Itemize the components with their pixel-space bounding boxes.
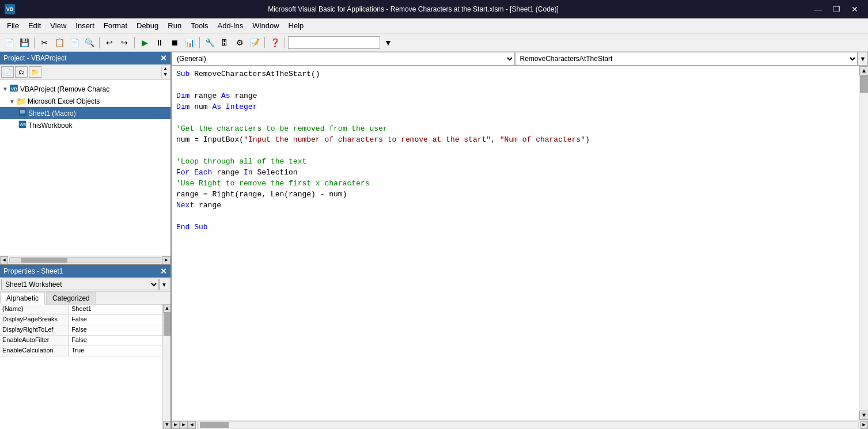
code-vscroll-track — [859, 75, 868, 411]
cursor-location[interactable]: Ln 15, Col 8 — [288, 36, 380, 49]
tb-run-btn[interactable]: ▶ — [138, 36, 151, 50]
proj-hscroll-left[interactable]: ◀ — [0, 256, 8, 264]
tb-redo-btn[interactable]: ↪ — [117, 36, 131, 50]
project-header: Project - VBAProject ✕ — [0, 52, 170, 64]
code-vscroll-down[interactable]: ▼ — [859, 411, 868, 420]
window-controls: — ❐ ✕ — [809, 3, 863, 16]
tree-excel-objects[interactable]: ▼ 📁 Microsoft Excel Objects — [0, 96, 170, 107]
menu-view[interactable]: View — [46, 18, 71, 33]
proj-toggle-folders-btn[interactable]: 📁 — [29, 66, 41, 78]
tab-categorized[interactable]: Categorized — [46, 292, 96, 304]
project-close-btn[interactable]: ✕ — [160, 54, 167, 63]
tree-arrow-vba: ▼ — [2, 86, 8, 92]
prop-val-1[interactable]: False — [69, 315, 162, 325]
proj-view-code-btn[interactable]: 📄 — [1, 66, 14, 78]
tb-dropdown-btn[interactable]: ▼ — [381, 36, 395, 50]
tb-macro-btn[interactable]: 📝 — [248, 36, 261, 50]
sub-dropdown[interactable]: RemoveCharactersAtTheStart — [515, 52, 858, 66]
code-hscroll-right[interactable]: ▶ — [860, 421, 868, 429]
prop-content: (Name) Sheet1 DisplayPageBreaks False Di… — [0, 305, 170, 429]
tb-control-btn[interactable]: 🎛 — [218, 36, 232, 50]
prop-val-3[interactable]: False — [69, 336, 162, 346]
tb-help-btn[interactable]: ❓ — [268, 36, 282, 50]
menu-edit[interactable]: Edit — [24, 18, 46, 33]
prop-row-name: (Name) Sheet1 — [0, 305, 162, 315]
tb-save-btn[interactable]: 💾 — [17, 36, 31, 50]
project-panel: Project - VBAProject ✕ 📄 🗂 📁 ▲ ▼ ▼ — [0, 52, 170, 265]
tb-paste-btn[interactable]: 📄 — [67, 36, 81, 50]
prop-val-0[interactable]: Sheet1 — [69, 305, 162, 314]
tree-arrow-excel: ▼ — [9, 98, 15, 105]
tab-alphabetic[interactable]: Alphabetic — [0, 292, 45, 305]
prop-name-3: EnableAutoFilter — [0, 336, 69, 346]
prop-vscroll-track — [163, 313, 170, 421]
tb-find-btn[interactable]: 🔍 — [82, 36, 96, 50]
code-dd-arrow[interactable]: ▼ — [858, 52, 868, 66]
prop-vscroll-up[interactable]: ▲ — [163, 305, 170, 313]
restore-button[interactable]: ❐ — [828, 3, 845, 16]
menu-window[interactable]: Window — [248, 18, 283, 33]
code-hscroll-track[interactable] — [197, 422, 859, 428]
properties-close-btn[interactable]: ✕ — [160, 267, 167, 276]
prop-val-4[interactable]: True — [69, 346, 162, 356]
tb-sep-4 — [199, 37, 200, 48]
prop-name-1: DisplayPageBreaks — [0, 315, 69, 325]
properties-header: Properties - Sheet1 ✕ — [0, 265, 170, 278]
menu-file[interactable]: File — [2, 18, 24, 33]
menu-insert[interactable]: Insert — [71, 18, 99, 33]
code-indent-btn[interactable]: ▶ — [172, 421, 180, 429]
menu-bar: File Edit View Insert Format Debug Run T… — [0, 18, 868, 33]
tb-cut-btn[interactable]: ✂ — [37, 36, 51, 50]
tree-sheet1[interactable]: Sheet1 (Macro) — [0, 107, 170, 119]
svg-rect-2 — [19, 109, 26, 116]
tb-sep-5 — [264, 37, 265, 48]
left-panel: Project - VBAProject ✕ 📄 🗂 📁 ▲ ▼ ▼ — [0, 52, 172, 429]
tb-more-btn[interactable]: ⚙ — [233, 36, 247, 50]
proj-hscroll-right[interactable]: ▶ — [162, 256, 170, 264]
tb-undo-btn[interactable]: ↩ — [103, 36, 116, 50]
tree-thisworkbook[interactable]: WB ThisWorkbook — [0, 119, 170, 131]
proj-view-obj-btn[interactable]: 🗂 — [15, 66, 28, 78]
code-outdent-btn[interactable]: ▶ — [180, 421, 188, 429]
code-hscroll-left[interactable]: ◀ — [188, 421, 196, 429]
prop-name-4: EnableCalculation — [0, 346, 69, 356]
prop-row-enableaf: EnableAutoFilter False — [0, 336, 162, 346]
menu-format[interactable]: Format — [99, 18, 132, 33]
prop-vscroll-down[interactable]: ▼ — [163, 421, 170, 429]
properties-select-row: Sheet1 Worksheet ▼ — [0, 278, 170, 292]
properties-panel: Properties - Sheet1 ✕ Sheet1 Worksheet ▼… — [0, 265, 170, 429]
proj-vscroll[interactable]: ▲ ▼ — [161, 66, 169, 78]
prop-vscroll[interactable]: ▲ ▼ — [162, 305, 170, 429]
tb-pause-btn[interactable]: ⏸ — [153, 36, 166, 50]
prop-vscroll-thumb — [164, 313, 170, 336]
window-title: Microsoft Visual Basic for Applications … — [22, 5, 805, 13]
toolbar: 📄 💾 ✂ 📋 📄 🔍 ↩ ↪ ▶ ⏸ ⏹ 📊 🔧 🎛 ⚙ 📝 ❓ Ln 15,… — [0, 33, 868, 52]
code-content[interactable]: Sub RemoveCharactersAtTheStart() Dim ran… — [172, 66, 859, 420]
general-dropdown[interactable]: (General) — [172, 52, 515, 66]
tb-stop-btn[interactable]: ⏹ — [168, 36, 181, 50]
menu-addins[interactable]: Add-Ins — [213, 18, 248, 33]
menu-tools[interactable]: Tools — [186, 18, 213, 33]
menu-debug[interactable]: Debug — [132, 18, 163, 33]
menu-run[interactable]: Run — [163, 18, 186, 33]
prop-name-2: DisplayRightToLef — [0, 325, 69, 335]
menu-help[interactable]: Help — [284, 18, 309, 33]
project-hscroll[interactable]: ◀ ▶ — [0, 256, 170, 264]
tb-design-btn[interactable]: 🔧 — [203, 36, 217, 50]
code-vscroll-up[interactable]: ▲ — [859, 66, 868, 75]
tree-vbaproject[interactable]: ▼ VB VBAProject (Remove Charac — [0, 82, 170, 96]
proj-hscroll-track[interactable] — [9, 257, 161, 263]
prop-val-2[interactable]: False — [69, 325, 162, 335]
close-button[interactable]: ✕ — [846, 3, 863, 16]
code-vscroll[interactable]: ▲ ▼ — [859, 66, 868, 420]
project-title: Project - VBAProject — [3, 54, 66, 62]
tb-new-btn[interactable]: 📄 — [2, 36, 16, 50]
project-toolbar: 📄 🗂 📁 ▲ ▼ — [0, 64, 170, 80]
minimize-button[interactable]: — — [809, 3, 827, 16]
tb-copy-btn[interactable]: 📋 — [52, 36, 66, 50]
properties-select[interactable]: Sheet1 Worksheet — [1, 279, 159, 290]
tb-chart-btn[interactable]: 📊 — [183, 36, 196, 50]
properties-dd-btn[interactable]: ▼ — [159, 279, 169, 290]
tree-thisworkbook-label: ThisWorkbook — [28, 122, 72, 130]
tree-icon-folder: 📁 — [16, 97, 26, 106]
